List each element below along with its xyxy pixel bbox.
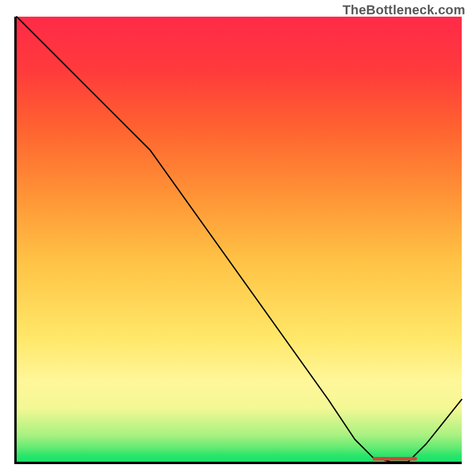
curve-path [17,17,462,462]
axis-y [14,17,17,464]
minimum-marker [372,457,417,461]
plot-area [14,17,462,464]
axis-x [14,462,462,464]
watermark-text: TheBottleneck.com [343,2,465,18]
bottleneck-curve [17,17,462,462]
chart-container: TheBottleneck.com [0,0,476,476]
